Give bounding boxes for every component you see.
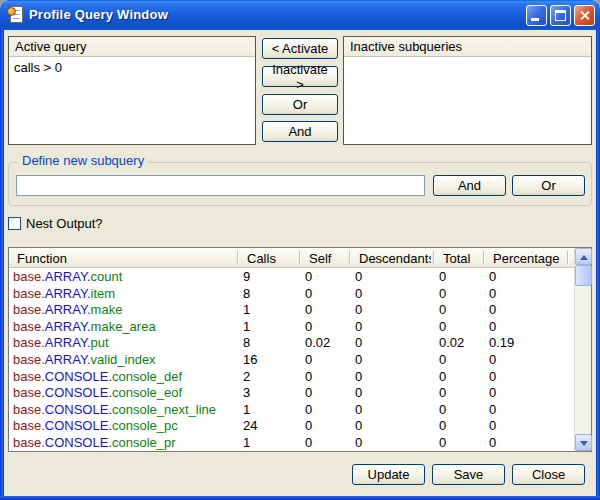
- table-cell: 0: [481, 352, 565, 369]
- table-cell: 1: [235, 302, 297, 319]
- table-cell: 0: [347, 286, 431, 303]
- table-row[interactable]: base.CONSOLE.console_eof30000: [9, 385, 574, 402]
- table-cell: 0: [347, 385, 431, 402]
- table-cell: 0: [431, 435, 481, 451]
- table-cell: 0: [431, 385, 481, 402]
- table-cell: 0: [297, 319, 347, 336]
- table-cell: 0: [481, 319, 565, 336]
- table-cell: 0: [347, 435, 431, 451]
- active-query-header: Active query: [9, 37, 255, 57]
- scrollbar-thumb[interactable]: [575, 265, 592, 286]
- table-cell: 0: [431, 286, 481, 303]
- nest-output-label: Nest Output?: [26, 216, 103, 231]
- inactive-subqueries-panel[interactable]: Inactive subqueries: [343, 36, 592, 145]
- table-cell: 2: [235, 369, 297, 386]
- table-cell: 0: [481, 269, 565, 286]
- column-header-descendants[interactable]: Descendants: [347, 248, 431, 267]
- active-query-list[interactable]: calls > 0: [9, 58, 255, 144]
- window-title: Profile Query Window: [29, 7, 168, 22]
- inactivate-button[interactable]: Inactivate >: [262, 66, 338, 87]
- table-cell: 0: [431, 402, 481, 419]
- table-cell: 0: [297, 418, 347, 435]
- minimize-button[interactable]: [526, 5, 547, 26]
- subquery-or-button[interactable]: Or: [512, 175, 585, 196]
- active-query-item[interactable]: calls > 0: [9, 58, 255, 77]
- activate-button[interactable]: < Activate: [262, 38, 338, 59]
- table-cell: 0: [347, 369, 431, 386]
- function-name: base.ARRAY.count: [9, 269, 235, 286]
- table-cell: 0: [481, 385, 565, 402]
- table-cell: 8: [235, 286, 297, 303]
- close-footer-button[interactable]: Close: [512, 464, 585, 485]
- table-cell: 0.19: [481, 335, 565, 352]
- column-header-self[interactable]: Self: [297, 248, 347, 267]
- table-cell: 0: [481, 369, 565, 386]
- scroll-up-button[interactable]: [575, 248, 592, 265]
- table-row[interactable]: base.ARRAY.valid_index160000: [9, 352, 574, 369]
- arrow-up-icon: [580, 255, 588, 260]
- table-cell: 0: [481, 402, 565, 419]
- table-cell: 0: [297, 402, 347, 419]
- titlebar[interactable]: Profile Query Window: [0, 0, 600, 30]
- table-row[interactable]: base.CONSOLE.console_def20000: [9, 369, 574, 386]
- table-row[interactable]: base.ARRAY.make_area10000: [9, 319, 574, 336]
- function-name: base.CONSOLE.console_next_line: [9, 402, 235, 419]
- update-button[interactable]: Update: [352, 464, 425, 485]
- profile-query-window: Profile Query Window Active query calls …: [0, 0, 600, 500]
- table-cell: 0.02: [431, 335, 481, 352]
- close-button[interactable]: [574, 5, 595, 26]
- table-cell: 0: [347, 335, 431, 352]
- table-row[interactable]: base.ARRAY.item80000: [9, 286, 574, 303]
- table-rows: base.ARRAY.count90000base.ARRAY.item8000…: [9, 269, 574, 451]
- function-name: base.ARRAY.item: [9, 286, 235, 303]
- table-cell: 0: [297, 435, 347, 451]
- column-header-calls[interactable]: Calls: [235, 248, 297, 267]
- table-row[interactable]: base.CONSOLE.console_next_line10000: [9, 402, 574, 419]
- window-border-left: [0, 28, 4, 500]
- results-table: FunctionCallsSelfDescendantsTotalPercent…: [8, 247, 592, 452]
- arrow-down-icon: [580, 441, 588, 446]
- table-cell: 0: [347, 302, 431, 319]
- table-row[interactable]: base.CONSOLE.console_pc240000: [9, 418, 574, 435]
- table-cell: 0: [297, 385, 347, 402]
- table-cell: [565, 352, 574, 369]
- table-cell: 3: [235, 385, 297, 402]
- table-cell: 0: [347, 269, 431, 286]
- vertical-scrollbar[interactable]: [574, 248, 591, 451]
- table-cell: 0: [297, 286, 347, 303]
- table-cell: 0: [297, 302, 347, 319]
- table-cell: 0: [431, 418, 481, 435]
- or-transfer-button[interactable]: Or: [262, 94, 338, 115]
- table-cell: 0: [431, 369, 481, 386]
- define-subquery-label: Define new subquery: [18, 153, 148, 168]
- table-cell: [565, 286, 574, 303]
- maximize-button[interactable]: [550, 5, 571, 26]
- inactive-subqueries-list[interactable]: [344, 58, 591, 144]
- save-button[interactable]: Save: [432, 464, 505, 485]
- table-cell: [565, 335, 574, 352]
- table-row[interactable]: base.ARRAY.count90000: [9, 269, 574, 286]
- table-row[interactable]: base.CONSOLE.console_pr10000: [9, 435, 574, 451]
- subquery-and-button[interactable]: And: [433, 175, 506, 196]
- table-cell: 24: [235, 418, 297, 435]
- table-row[interactable]: base.ARRAY.put80.0200.020.19: [9, 335, 574, 352]
- table-cell: [565, 402, 574, 419]
- column-header-function[interactable]: Function: [9, 248, 235, 267]
- close-icon: [575, 6, 594, 25]
- column-header-percentage[interactable]: Percentage: [481, 248, 565, 267]
- subquery-input[interactable]: [16, 175, 425, 196]
- function-name: base.ARRAY.make: [9, 302, 235, 319]
- table-cell: 0: [297, 369, 347, 386]
- active-query-panel[interactable]: Active query calls > 0: [8, 36, 256, 145]
- table-row[interactable]: base.ARRAY.make10000: [9, 302, 574, 319]
- table-cell: 9: [235, 269, 297, 286]
- table-cell: 0: [481, 435, 565, 451]
- scroll-down-button[interactable]: [575, 434, 592, 451]
- function-name: base.CONSOLE.console_pr: [9, 435, 235, 451]
- minimize-icon: [531, 18, 539, 21]
- function-name: base.ARRAY.make_area: [9, 319, 235, 336]
- nest-output-checkbox[interactable]: [8, 217, 21, 230]
- column-header-total[interactable]: Total: [431, 248, 481, 267]
- and-transfer-button[interactable]: And: [262, 121, 338, 142]
- table-cell: 0: [297, 352, 347, 369]
